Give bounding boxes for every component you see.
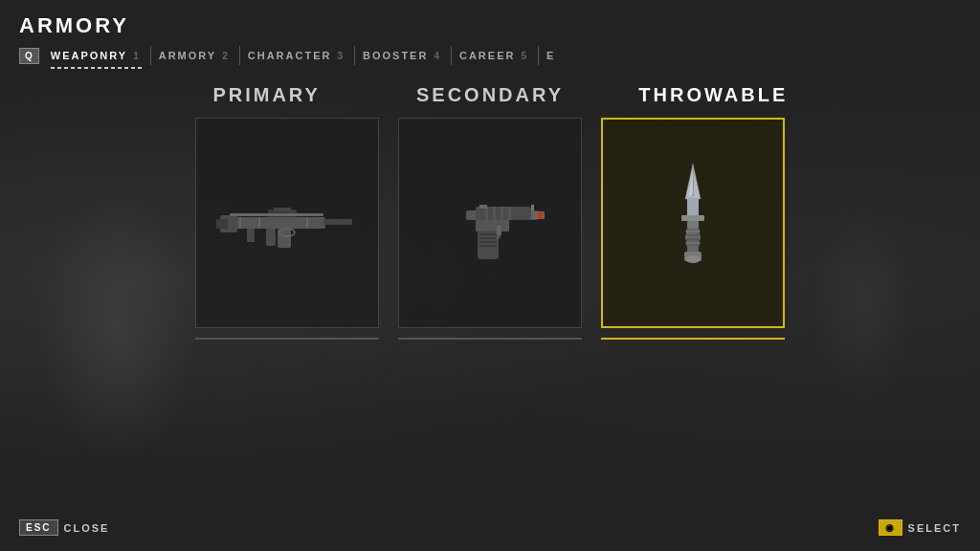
tab-armory-label: ARMORY: [159, 50, 216, 61]
category-throwable: THROWABLE: [638, 84, 788, 105]
svg-rect-18: [485, 207, 488, 220]
tab-career[interactable]: CAREER 5: [452, 46, 539, 65]
category-secondary: SECONDARY: [416, 84, 564, 105]
select-button[interactable]: ◉ SELECT: [879, 519, 961, 536]
svg-rect-5: [274, 208, 291, 211]
tab-weaponry-num: 1: [133, 51, 141, 61]
esc-key: Esc: [19, 519, 58, 536]
svg-rect-19: [493, 207, 496, 220]
secondary-weapon-icon: [428, 180, 552, 266]
select-key: ◉: [879, 519, 902, 536]
tab-extra[interactable]: E: [539, 46, 570, 65]
tab-navigation: Q WEAPONRY 1 ARMORY 2 CHARACTER 3 BOOSTE…: [19, 46, 961, 65]
svg-rect-28: [497, 226, 501, 235]
select-label: SELECT: [908, 522, 961, 534]
svg-rect-21: [508, 207, 511, 220]
svg-rect-26: [479, 241, 497, 243]
svg-rect-11: [239, 217, 241, 229]
svg-rect-29: [531, 205, 534, 210]
q-key-badge: Q: [19, 48, 39, 64]
svg-rect-39: [687, 246, 699, 252]
svg-rect-25: [479, 237, 497, 239]
svg-rect-6: [266, 229, 276, 246]
svg-rect-34: [681, 215, 704, 221]
category-primary: PRIMARY: [212, 84, 320, 105]
primary-weapon-icon: [211, 185, 364, 261]
weapon-slot-secondary[interactable]: [398, 118, 582, 328]
tab-career-label: CAREER: [459, 50, 515, 61]
weapon-slots: [195, 118, 785, 328]
weapon-slot-throwable[interactable]: [601, 118, 785, 328]
svg-rect-9: [230, 213, 323, 216]
svg-rect-1: [323, 219, 352, 225]
svg-rect-20: [501, 207, 503, 220]
divider-throwable: [601, 338, 785, 340]
svg-rect-35: [687, 221, 699, 229]
svg-rect-27: [479, 245, 497, 247]
tab-armory[interactable]: ARMORY 2: [151, 46, 240, 65]
tab-career-num: 5: [521, 51, 528, 61]
close-label: CLOSE: [64, 522, 110, 534]
page-title: ARMORY: [19, 13, 961, 38]
tab-character-label: CHARACTER: [248, 50, 332, 61]
content-area: PRIMARY SECONDARY THROWABLE: [0, 65, 980, 551]
main-container: ARMORY Q WEAPONRY 1 ARMORY 2 CHARACTER 3: [0, 0, 980, 551]
tab-booster[interactable]: BOOSTER 4: [355, 46, 452, 65]
tab-character-num: 3: [337, 51, 345, 61]
tab-weaponry-label: WEAPONRY: [51, 50, 127, 61]
close-button[interactable]: Esc CLOSE: [19, 519, 109, 536]
tab-extra-label: E: [546, 50, 555, 61]
slot-dividers: [195, 334, 785, 340]
throwable-weapon-icon: [664, 156, 722, 290]
svg-rect-22: [476, 220, 509, 231]
tab-armory-num: 2: [222, 51, 230, 61]
divider-secondary: [398, 338, 582, 340]
tab-booster-label: BOOSTER: [363, 50, 428, 61]
svg-rect-13: [306, 217, 308, 229]
svg-rect-12: [258, 217, 260, 229]
header: ARMORY Q WEAPONRY 1 ARMORY 2 CHARACTER 3: [0, 0, 980, 65]
svg-rect-16: [538, 212, 543, 218]
tab-character[interactable]: CHARACTER 3: [240, 46, 355, 65]
svg-rect-33: [687, 198, 699, 217]
weapon-slot-primary[interactable]: [195, 118, 379, 328]
tab-active-indicator: [51, 67, 145, 69]
tab-booster-num: 4: [434, 51, 441, 61]
svg-rect-30: [479, 205, 487, 209]
weapon-categories: PRIMARY SECONDARY THROWABLE: [165, 84, 815, 106]
divider-primary: [195, 338, 379, 340]
footer: Esc CLOSE ◉ SELECT: [0, 519, 980, 536]
tab-weaponry[interactable]: WEAPONRY 1: [43, 46, 151, 65]
svg-rect-3: [216, 219, 228, 229]
svg-rect-24: [479, 233, 497, 235]
svg-rect-0: [230, 217, 325, 229]
svg-rect-10: [247, 229, 255, 242]
svg-point-44: [685, 255, 701, 263]
